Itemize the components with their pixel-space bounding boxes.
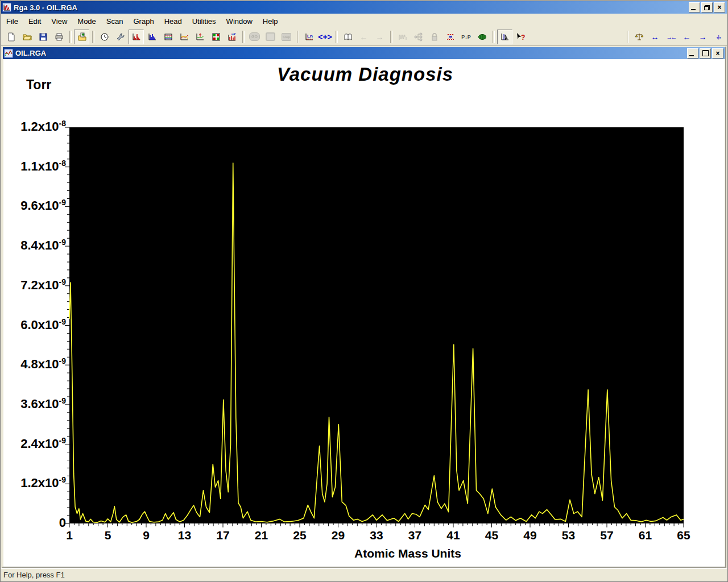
x-tick-label: 5 xyxy=(94,529,122,542)
analog-spectrum-icon xyxy=(132,32,141,41)
log-scale-button[interactable]: Ln xyxy=(301,30,317,44)
cursor-mode-button[interactable] xyxy=(497,30,512,44)
help-book-button[interactable] xyxy=(340,30,355,44)
file-export-button[interactable] xyxy=(74,30,89,44)
pan-button[interactable]: ↔↕ xyxy=(711,30,726,44)
compress-x-button[interactable]: →← xyxy=(663,30,679,44)
filament-button[interactable] xyxy=(395,30,410,44)
toolbar-separator xyxy=(69,31,72,43)
stop-button[interactable]: Stop xyxy=(279,30,294,44)
toolbar-separator xyxy=(390,31,392,43)
leak-check-button[interactable] xyxy=(442,30,458,44)
menu-help[interactable]: Help xyxy=(258,15,283,27)
back-arrow-icon: ← xyxy=(360,33,368,41)
degas-button[interactable] xyxy=(427,30,442,44)
toolbar-separator xyxy=(92,31,94,43)
x-tick-label: 1 xyxy=(55,529,84,542)
x-tick-label: 49 xyxy=(516,529,544,542)
menu-graph[interactable]: Graph xyxy=(128,15,159,27)
partial-pressure-button[interactable]: P↓P xyxy=(458,30,474,44)
menu-edit[interactable]: Edit xyxy=(23,15,46,27)
chart-client-area: Vacuum Diagnosis Torr Atomic Mass Units … xyxy=(3,59,725,567)
library-mode-button[interactable] xyxy=(208,30,224,44)
histogram-mode-button[interactable] xyxy=(144,30,160,44)
x-tick-label: 29 xyxy=(324,529,353,542)
status-bar: For Help, press F1 xyxy=(1,568,727,581)
forward-arrow-icon: → xyxy=(376,33,384,41)
menu-scan[interactable]: Scan xyxy=(101,15,129,27)
document-title: OIL.RGA xyxy=(15,49,687,57)
minimize-button[interactable] xyxy=(689,2,700,13)
forward-button[interactable]: → xyxy=(372,30,387,44)
stop-icon: Stop xyxy=(282,33,291,41)
autoscale-icon: <+> xyxy=(318,33,332,41)
derived-spectrum-icon: u2 xyxy=(228,32,237,41)
restore-button[interactable] xyxy=(701,2,713,13)
window-title: Rga 3.0 - OIL.RGA xyxy=(14,3,689,12)
timer-button[interactable] xyxy=(97,30,112,44)
clock-icon xyxy=(100,32,109,41)
status-message: For Help, press F1 xyxy=(1,571,65,579)
menu-file[interactable]: File xyxy=(1,15,23,27)
save-file-button[interactable] xyxy=(35,30,51,44)
context-help-button[interactable]: ? xyxy=(513,30,528,44)
back-button[interactable]: ← xyxy=(356,30,371,44)
menu-window[interactable]: Window xyxy=(221,15,258,27)
filament-coil-icon xyxy=(398,32,407,41)
annotate-graph-icon xyxy=(196,32,205,41)
leak-check-icon xyxy=(446,32,455,41)
setup-button[interactable] xyxy=(113,30,128,44)
title-bar[interactable]: Rga 3.0 - OIL.RGA × xyxy=(1,1,727,14)
connection-tree-button[interactable] xyxy=(411,30,426,44)
autoscale-button[interactable]: <+> xyxy=(317,30,333,44)
x-tick-label: 21 xyxy=(247,529,276,542)
close-button[interactable]: × xyxy=(714,2,725,13)
help-pointer-icon: ? xyxy=(516,32,526,41)
pause-button[interactable] xyxy=(263,30,278,44)
menu-view[interactable]: View xyxy=(46,15,72,27)
open-file-button[interactable] xyxy=(19,30,35,44)
expand-x-button[interactable]: ↔ xyxy=(647,30,663,44)
derived-mode-button[interactable]: u2 xyxy=(224,30,239,44)
printer-icon xyxy=(55,32,64,41)
annotate-mode-button[interactable] xyxy=(192,30,208,44)
file-export-icon xyxy=(77,32,86,41)
x-tick-label: 13 xyxy=(171,529,199,542)
y-tick-label: 4.8x10-9 xyxy=(7,357,66,372)
table-icon xyxy=(164,32,173,41)
menu-head[interactable]: Head xyxy=(159,15,187,27)
y-tick-label: 1.2x10-8 xyxy=(7,119,66,134)
compress-horizontal-icon: →← xyxy=(667,33,676,41)
svg-text:Ln: Ln xyxy=(307,34,313,39)
book-icon xyxy=(344,32,353,41)
document-maximize-button[interactable] xyxy=(700,48,711,59)
menu-mode[interactable]: Mode xyxy=(72,15,101,27)
x-tick-label: 41 xyxy=(439,529,468,542)
document-title-bar[interactable]: OIL.RGA × xyxy=(3,47,725,59)
go-button[interactable]: GO xyxy=(247,30,262,44)
analyzer-head-button[interactable] xyxy=(474,30,490,44)
x-tick-label: 17 xyxy=(209,529,237,542)
document-close-button[interactable]: × xyxy=(712,48,723,59)
open-folder-icon xyxy=(23,32,32,41)
shift-left-button[interactable]: ← xyxy=(679,30,694,44)
right-arrow-icon: → xyxy=(699,33,707,41)
pause-icon xyxy=(266,32,275,41)
cursor-graph-icon xyxy=(500,32,510,41)
histogram-icon xyxy=(148,32,157,41)
analog-mode-button[interactable] xyxy=(129,30,144,44)
document-window: OIL.RGA × Vacuum Diagnosis Torr Atomic M… xyxy=(2,46,726,568)
y-tick-label: 9.6x10-9 xyxy=(7,198,66,213)
pan-move-icon: ↔↕ xyxy=(714,32,723,41)
table-mode-button[interactable] xyxy=(160,30,176,44)
shift-right-button[interactable]: → xyxy=(695,30,710,44)
svg-text:u2: u2 xyxy=(231,32,236,36)
menu-utilities[interactable]: Utilities xyxy=(187,15,221,27)
tree-icon xyxy=(414,32,423,41)
document-minimize-button[interactable] xyxy=(687,48,698,59)
print-button[interactable] xyxy=(51,30,67,44)
pvst-mode-button[interactable] xyxy=(176,30,192,44)
new-file-button[interactable] xyxy=(3,30,19,44)
app-icon xyxy=(2,3,11,12)
units-scale-button[interactable] xyxy=(631,30,647,44)
